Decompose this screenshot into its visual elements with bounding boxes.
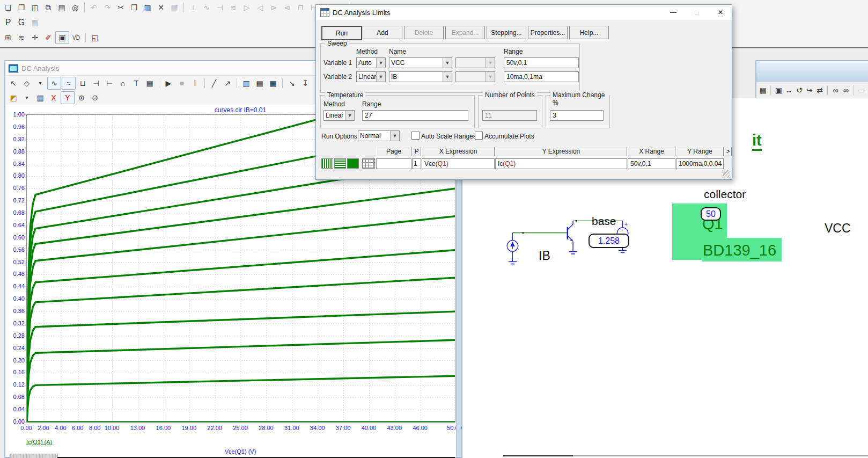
point-tag-icon[interactable]: ⊔	[76, 77, 89, 89]
x-scale-icon[interactable]: X	[47, 92, 60, 104]
close-button[interactable]: ✕	[713, 7, 728, 18]
maximum-change-field[interactable]: 3	[550, 110, 604, 121]
plot-vertical-stripes-icon[interactable]	[321, 158, 333, 169]
open-file-icon[interactable]: ❐	[15, 2, 28, 13]
cursor-mode-icon[interactable]: ≈	[62, 77, 76, 90]
polyline-tool-icon[interactable]: ↗	[221, 77, 234, 89]
row-y-range-field[interactable]: 1000ma,0,0.04	[676, 158, 724, 169]
stretch-icon[interactable]: ↔	[784, 84, 793, 96]
vertical-grid-icon[interactable]: ▥	[240, 77, 253, 89]
column-header-x-expression[interactable]: X Expression	[422, 147, 495, 156]
graphics-dropdown-icon[interactable]: ▾	[34, 77, 47, 89]
dialog-resize-grip[interactable]	[723, 170, 730, 178]
column-header-more[interactable]: >	[724, 147, 732, 156]
temperature-range-field[interactable]: 27	[362, 110, 468, 121]
delete-icon[interactable]: ✕	[155, 2, 167, 13]
column-header-page[interactable]: Page	[376, 147, 411, 156]
zoom-in-icon[interactable]: ⊕	[75, 92, 88, 104]
plot-legend-entry[interactable]: Ic(Q1) (A)	[26, 439, 52, 445]
probe-mode-icon[interactable]: ✛	[28, 32, 41, 43]
run-button[interactable]: Run	[321, 26, 362, 40]
color-palette-icon[interactable]: ◩	[7, 92, 20, 104]
select-cursor-icon[interactable]: ↖	[7, 77, 20, 89]
palette-dropdown-icon[interactable]: ▾	[20, 92, 33, 104]
part-p-icon[interactable]: P	[2, 17, 14, 28]
row-y-expression-field[interactable]: Ic(Q1)	[495, 158, 627, 169]
column-header-x-range[interactable]: X Range	[628, 147, 675, 156]
scale-mode-icon[interactable]: ∿	[47, 77, 61, 90]
variable1-name-select[interactable]: VCC▼	[389, 57, 452, 68]
properties-icon[interactable]: ▤	[143, 77, 156, 89]
new-file-icon[interactable]: ❏	[2, 2, 14, 13]
edit-tool-icon[interactable]: ✐	[42, 32, 55, 43]
column-header-y-range[interactable]: Y Range	[676, 147, 724, 156]
schematic-window-titlebar[interactable]	[756, 61, 868, 82]
go-to-peak-icon[interactable]: ↧	[299, 77, 312, 89]
temperature-method-select[interactable]: Linear▼	[323, 110, 355, 121]
chevron-down-icon[interactable]: ▼	[443, 72, 452, 82]
copy-icon[interactable]: ❐	[128, 2, 141, 13]
graphics-shapes-icon[interactable]: ◇	[20, 77, 33, 89]
find-icon[interactable]: ∞	[830, 84, 840, 96]
stepping-button[interactable]: Stepping...	[487, 26, 526, 39]
save-file-icon[interactable]: ◫	[28, 2, 41, 13]
chevron-down-icon[interactable]: ▼	[443, 58, 452, 68]
mirror-icon[interactable]: ⇄	[815, 84, 825, 96]
add-button[interactable]: Add	[363, 26, 402, 39]
plot-scroll-corner[interactable]	[10, 454, 58, 458]
ib-current-source[interactable]	[507, 233, 518, 264]
part-g-icon[interactable]: G	[15, 17, 28, 28]
text-tool-icon[interactable]: T	[130, 77, 143, 89]
variable2-range-field[interactable]: 10ma,0,1ma	[504, 71, 579, 82]
plot-horizontal-stripes-icon[interactable]	[334, 158, 346, 169]
auto-scale-ranges-checkbox[interactable]	[411, 132, 420, 140]
rotate-icon[interactable]: ↺	[795, 84, 804, 96]
chevron-down-icon[interactable]: ▼	[345, 111, 354, 120]
npn-transistor-symbol[interactable]	[568, 221, 577, 254]
dot-grid-icon[interactable]: ▦	[267, 77, 279, 89]
save-all-icon[interactable]: ⧉	[42, 2, 55, 13]
plot-window-icon[interactable]: ◱	[89, 32, 101, 43]
variable1-range-field[interactable]: 50v,0,1	[504, 57, 579, 68]
chevron-down-icon[interactable]: ▼	[376, 58, 385, 68]
vertical-tag-icon[interactable]: ⊣	[90, 77, 102, 89]
print-preview-icon[interactable]: ◎	[69, 2, 82, 13]
horizontal-grid-icon[interactable]: ▤	[253, 77, 266, 89]
variable2-method-select[interactable]: Linear▼	[356, 71, 386, 82]
cut-icon[interactable]: ✂	[114, 2, 127, 13]
find-next-icon[interactable]: ∞	[841, 84, 851, 96]
row-page-field[interactable]	[376, 158, 411, 169]
waveform-source-icon[interactable]: ≋	[15, 32, 28, 43]
properties-button[interactable]: Properties...	[528, 26, 568, 39]
component-mode-icon[interactable]: ⊞	[2, 32, 14, 43]
y-scale-icon[interactable]: Y	[61, 91, 75, 104]
chevron-down-icon[interactable]: ▼	[390, 131, 399, 141]
run-options-select[interactable]: Normal▼	[358, 130, 400, 141]
print-icon[interactable]: ▤	[55, 2, 68, 13]
row-p-field[interactable]: 1	[412, 158, 421, 169]
variable1-method-select[interactable]: Auto▼	[356, 57, 386, 68]
column-header-y-expression[interactable]: Y Expression	[495, 147, 627, 156]
scope-window-icon[interactable]: ▣	[55, 31, 69, 44]
horizontal-tag-icon[interactable]: ⊢	[103, 77, 116, 89]
box-select-icon[interactable]: ▣	[774, 84, 783, 96]
paste-icon[interactable]: ▥	[141, 2, 154, 13]
help-button[interactable]: Help...	[569, 26, 609, 39]
chevron-down-icon[interactable]: ▼	[376, 72, 385, 82]
flip-icon[interactable]: ↪	[805, 84, 814, 96]
properties-icon[interactable]: ▤	[758, 84, 768, 96]
minimize-button[interactable]: —	[666, 7, 681, 18]
run-icon[interactable]: ▶	[162, 77, 175, 89]
plot-color-swatch-icon[interactable]	[347, 158, 359, 169]
row-x-range-field[interactable]: 50v,0,1	[628, 158, 675, 169]
next-data-point-icon[interactable]: ↘	[285, 77, 298, 89]
variable2-name-select[interactable]: IB▼	[389, 71, 452, 82]
row-x-expression-field[interactable]: Vce(Q1)	[422, 158, 495, 169]
numeric-output-icon[interactable]: ▦	[34, 92, 47, 104]
maximize-button[interactable]: □	[689, 7, 704, 18]
accumulate-plots-checkbox[interactable]	[475, 132, 483, 140]
numeric-table-icon[interactable]	[362, 158, 375, 169]
vi-curve-icon[interactable]: VD	[70, 32, 83, 43]
line-tool-icon[interactable]: ╱	[208, 77, 220, 89]
column-header-p[interactable]: P	[412, 147, 421, 156]
